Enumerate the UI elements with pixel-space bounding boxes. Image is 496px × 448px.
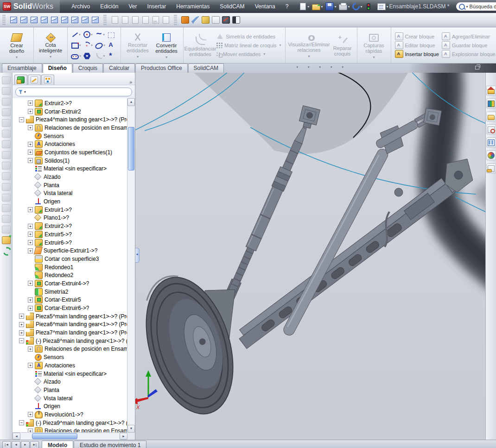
chevron-down-icon[interactable]: ▾	[319, 65, 321, 69]
surface-tool-button[interactable]	[2, 247, 10, 254]
surface-tool-button[interactable]	[2, 140, 11, 148]
chevron-down-icon[interactable]: ▾	[373, 55, 375, 60]
menu-item[interactable]: Archivo	[66, 2, 95, 11]
ribbon-tab[interactable]: Croquis	[73, 63, 103, 73]
menu-item[interactable]: Edición	[95, 2, 123, 11]
scroll-right-button[interactable]	[120, 433, 127, 440]
quick-access-button[interactable]: ▾	[311, 2, 324, 11]
chevron-down-icon[interactable]: ▾	[91, 33, 93, 37]
tool-button[interactable]	[191, 16, 200, 25]
display-delete-relations-button[interactable]: Visualizar/Eliminar relaciones ▾	[288, 31, 331, 59]
tree-item[interactable]: + Pieza6^main landing gear<1>->? (Prede	[13, 321, 127, 329]
expand-toggle-icon[interactable]: +	[19, 330, 24, 335]
toolbar-grip[interactable]	[103, 15, 107, 25]
surface-tool-button[interactable]	[2, 108, 11, 116]
quick-access-button[interactable]: ▾	[376, 3, 389, 11]
tool-button[interactable]	[201, 16, 210, 25]
tree-item[interactable]: + Pieza7^main landing gear<1>->? (Prede	[13, 328, 127, 337]
view-button[interactable]	[40, 16, 49, 25]
expand-toggle-icon[interactable]: +	[28, 224, 33, 229]
save-block-button[interactable]: Guardar bloque	[442, 41, 496, 49]
tree-item[interactable]: + Extruir6->?	[13, 239, 127, 247]
study-tab[interactable]: Modelo	[42, 441, 73, 448]
sketch-entity-button[interactable]: ▾	[94, 42, 106, 49]
expand-toggle-icon[interactable]: +	[28, 363, 33, 368]
chevron-down-icon[interactable]: ▾	[16, 55, 18, 60]
panel-chevron-icon[interactable]: »	[129, 79, 133, 85]
expand-toggle-icon[interactable]: +	[28, 297, 33, 303]
tree-item[interactable]: + Anotaciones	[13, 361, 127, 370]
quick-access-button[interactable]: ▾	[351, 2, 363, 11]
expand-toggle-icon[interactable]: +	[28, 125, 33, 130]
tree-item[interactable]: + Extruir2->?	[13, 222, 127, 230]
tool-button[interactable]	[232, 16, 241, 25]
horizontal-scroll-thumb[interactable]	[32, 433, 77, 439]
scroll-up-button[interactable]	[127, 98, 135, 106]
add-remove-entities-button[interactable]: Agregar/Eliminar	[442, 32, 496, 40]
expand-toggle-icon[interactable]: +	[28, 109, 33, 114]
sketch-entity-button[interactable]: ▾	[82, 53, 94, 59]
menu-item[interactable]: Herramientas	[171, 2, 215, 11]
task-pane-button[interactable]	[486, 164, 496, 173]
menu-item[interactable]: Ver	[124, 2, 142, 11]
expand-toggle-icon[interactable]: −	[19, 420, 24, 425]
tree-item[interactable]: + Sólidos(1)	[13, 157, 127, 165]
chevron-down-icon[interactable]: ▾	[79, 54, 81, 58]
quick-access-button[interactable]: ▾	[364, 3, 375, 11]
expand-toggle-icon[interactable]: +	[28, 150, 33, 155]
tree-item[interactable]: − Pieza4^main landing gear<1>->? (Prede	[13, 115, 127, 124]
hud-button[interactable]: ▾	[324, 64, 332, 70]
chevron-down-icon[interactable]: ▾	[466, 5, 468, 9]
chevron-down-icon[interactable]: ▾	[386, 5, 388, 9]
sketch-entity-button[interactable]: ▾	[82, 42, 94, 49]
tree-item[interactable]: Origen	[13, 197, 127, 206]
tab-nav-button[interactable]	[12, 441, 20, 448]
hud-button[interactable]: ▾	[313, 64, 321, 70]
surface-tool-button[interactable]	[2, 87, 11, 95]
tree-item[interactable]: + Superficie-Extruir1->?	[13, 246, 127, 255]
chevron-down-icon[interactable]: ▾	[297, 65, 299, 69]
view-button[interactable]	[60, 16, 69, 25]
export-button[interactable]	[131, 16, 140, 25]
tree-item[interactable]: + Pieza5^main landing gear<1>->? (Prede	[13, 312, 127, 321]
expand-toggle-icon[interactable]: +	[28, 248, 33, 253]
offset-entities-button[interactable]: Equidistanciar entidades	[186, 34, 215, 57]
sketch-entity-button[interactable]: ▾	[106, 52, 118, 59]
surface-tool-button[interactable]	[2, 76, 11, 84]
view-button[interactable]	[30, 16, 38, 25]
tree-item[interactable]: Sensors	[13, 353, 127, 361]
chevron-down-icon[interactable]: ▾	[308, 54, 310, 59]
chevron-down-icon[interactable]: ▾	[307, 5, 309, 9]
ribbon-tab[interactable]: Diseño	[43, 63, 72, 73]
sketch-entity-button[interactable]: ▾	[94, 52, 106, 60]
tab-nav-button[interactable]	[21, 441, 30, 448]
hud-button[interactable]: ▾	[336, 64, 344, 70]
chevron-down-icon[interactable]: ▾	[24, 90, 26, 94]
tree-item[interactable]: Vista lateral	[13, 189, 127, 198]
chevron-down-icon[interactable]: ▾	[79, 33, 81, 37]
tree-item[interactable]: Simetría2	[13, 288, 127, 296]
expand-toggle-icon[interactable]: +	[19, 322, 24, 327]
tree-item[interactable]: + Extruir5->?	[13, 230, 127, 239]
tree-item[interactable]: + Relaciones de posición en Ensamblaj	[13, 345, 127, 353]
view-button[interactable]	[70, 16, 79, 25]
tree-item[interactable]: Redondeo1	[13, 263, 127, 271]
tool-button[interactable]	[181, 16, 190, 25]
chevron-down-icon[interactable]: ▾	[348, 5, 350, 9]
expand-toggle-icon[interactable]: +	[19, 314, 24, 319]
task-pane-button[interactable]	[486, 112, 496, 121]
export-button[interactable]	[161, 16, 170, 25]
surface-tool-button[interactable]	[2, 236, 11, 244]
menu-item[interactable]: SolidCAM	[215, 2, 249, 11]
chevron-down-icon[interactable]: ▾	[103, 54, 105, 58]
model-viewport-canvas[interactable]: X	[135, 73, 485, 440]
surface-tool-button[interactable]	[2, 172, 11, 180]
tree-item[interactable]: + Cortar-Extruir6->?	[13, 304, 127, 312]
view-button[interactable]	[91, 16, 100, 25]
menu-item[interactable]: Ventana	[250, 2, 280, 11]
tree-item[interactable]: Material <sin especificar>	[13, 165, 127, 173]
expand-toggle-icon[interactable]: +	[28, 232, 33, 237]
task-pane-button[interactable]	[486, 99, 496, 108]
search-input[interactable]: ▾ Búsqueda de So	[456, 2, 496, 11]
export-button[interactable]	[110, 16, 119, 25]
